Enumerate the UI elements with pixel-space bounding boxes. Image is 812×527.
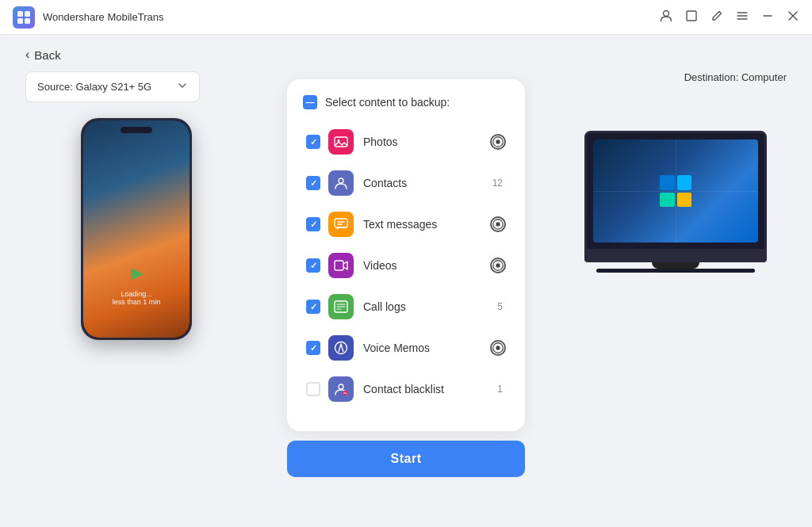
content-list: Photos Contacts 12 Text messages Videos … bbox=[303, 122, 509, 415]
svg-rect-17 bbox=[335, 219, 347, 227]
checkbox-videos[interactable] bbox=[306, 258, 320, 273]
source-dropdown-icon bbox=[177, 80, 188, 94]
svg-rect-1 bbox=[25, 11, 30, 17]
back-button[interactable]: ‹ Back bbox=[25, 35, 787, 71]
checkbox-call-logs[interactable] bbox=[306, 300, 320, 314]
phone-notch bbox=[121, 127, 152, 133]
svg-point-21 bbox=[496, 222, 500, 226]
content-item-contact-blacklist[interactable]: Contact blacklist 1 bbox=[303, 369, 509, 409]
source-label: Source: Galaxy S21+ 5G bbox=[37, 81, 151, 93]
titlebar: Wondershare MobileTrans bbox=[0, 0, 812, 35]
svg-point-32 bbox=[339, 384, 343, 389]
item-badge-contact-blacklist: 1 bbox=[497, 384, 503, 395]
app-title: Wondershare MobileTrans bbox=[43, 11, 660, 23]
destination-label: Destination: Computer bbox=[565, 71, 787, 83]
close-icon[interactable] bbox=[787, 10, 799, 25]
label-voice-memos: Voice Memos bbox=[363, 342, 490, 354]
item-sync-icon-text-messages bbox=[490, 216, 506, 232]
phone-side-button bbox=[81, 184, 83, 208]
icon-voice-memos bbox=[328, 335, 354, 361]
checkbox-contact-blacklist[interactable] bbox=[306, 382, 320, 396]
icon-text-messages bbox=[328, 212, 354, 237]
icon-photos bbox=[328, 129, 354, 155]
card-header-label: Select content to backup: bbox=[325, 96, 450, 109]
start-button[interactable]: Start bbox=[287, 441, 525, 477]
edit-icon[interactable] bbox=[710, 10, 723, 25]
right-column: Destination: Computer bbox=[565, 71, 787, 273]
label-contact-blacklist: Contact blacklist bbox=[363, 383, 497, 395]
back-arrow-icon: ‹ bbox=[25, 48, 29, 62]
phone-loading-text: Loading... less than 1 min bbox=[83, 290, 190, 306]
content-item-videos[interactable]: Videos bbox=[303, 246, 509, 285]
source-selector[interactable]: Source: Galaxy S21+ 5G bbox=[25, 71, 200, 102]
svg-rect-3 bbox=[25, 18, 30, 24]
svg-rect-22 bbox=[335, 261, 343, 270]
app-logo bbox=[13, 6, 35, 29]
checkbox-text-messages[interactable] bbox=[306, 217, 320, 231]
content-item-call-logs[interactable]: Call logs 5 bbox=[303, 287, 509, 327]
item-badge-call-logs: 5 bbox=[497, 301, 503, 312]
screen-line-h bbox=[593, 191, 758, 192]
laptop-base bbox=[584, 251, 767, 262]
checkbox-contacts[interactable] bbox=[306, 176, 320, 190]
partial-checkbox[interactable] bbox=[303, 95, 317, 109]
label-text-messages: Text messages bbox=[363, 218, 490, 231]
back-label: Back bbox=[34, 48, 60, 62]
laptop-foot bbox=[596, 269, 755, 273]
laptop-illustration bbox=[565, 131, 787, 273]
left-column: Source: Galaxy S21+ 5G ▶ Loading... less… bbox=[25, 71, 247, 340]
menu-icon[interactable] bbox=[736, 10, 749, 25]
svg-point-31 bbox=[496, 346, 500, 349]
item-badge-contacts: 12 bbox=[492, 178, 503, 189]
item-sync-icon-photos bbox=[490, 134, 506, 150]
laptop-screen bbox=[593, 139, 758, 242]
label-photos: Photos bbox=[363, 136, 490, 148]
icon-contacts bbox=[328, 170, 354, 196]
phone: ▶ Loading... less than 1 min bbox=[81, 118, 192, 340]
svg-point-4 bbox=[664, 11, 669, 17]
minimize-icon[interactable] bbox=[761, 10, 774, 25]
svg-point-15 bbox=[496, 139, 500, 143]
center-column: Select content to backup: Photos Contact… bbox=[247, 71, 565, 477]
win-quad-tl bbox=[660, 175, 675, 190]
win-quad-tr bbox=[677, 175, 692, 190]
icon-contact-blacklist bbox=[328, 376, 354, 402]
content-item-voice-memos[interactable]: Voice Memos bbox=[303, 328, 509, 368]
content-item-text-messages[interactable]: Text messages bbox=[303, 204, 509, 244]
phone-illustration: ▶ Loading... less than 1 min bbox=[25, 118, 247, 340]
content-card: Select content to backup: Photos Contact… bbox=[287, 79, 525, 431]
profile-icon[interactable] bbox=[660, 10, 672, 25]
svg-point-16 bbox=[339, 178, 343, 183]
content-columns: Source: Galaxy S21+ 5G ▶ Loading... less… bbox=[25, 71, 787, 527]
svg-rect-0 bbox=[17, 11, 23, 17]
icon-videos bbox=[328, 253, 354, 278]
svg-rect-2 bbox=[17, 18, 23, 24]
label-contacts: Contacts bbox=[363, 177, 492, 189]
card-header: Select content to backup: bbox=[303, 95, 509, 109]
laptop-screen-wrapper bbox=[584, 131, 767, 251]
win-quad-bl bbox=[660, 193, 675, 208]
phone-play-icon: ▶ bbox=[131, 263, 143, 282]
label-call-logs: Call logs bbox=[363, 300, 497, 313]
content-item-calendar[interactable]: Calendar 25 bbox=[303, 411, 509, 415]
svg-point-24 bbox=[496, 263, 500, 267]
laptop bbox=[584, 131, 767, 273]
item-sync-icon-videos bbox=[490, 258, 506, 273]
window-controls bbox=[660, 10, 799, 25]
icon-call-logs bbox=[328, 294, 354, 319]
svg-rect-12 bbox=[335, 137, 347, 147]
laptop-stand bbox=[652, 262, 699, 269]
win-quad-br bbox=[677, 193, 692, 208]
content-item-photos[interactable]: Photos bbox=[303, 122, 509, 162]
main-content: ‹ Back Source: Galaxy S21+ 5G ▶ Loading.… bbox=[0, 35, 812, 527]
content-item-contacts[interactable]: Contacts 12 bbox=[303, 163, 509, 203]
label-videos: Videos bbox=[363, 259, 490, 272]
item-sync-icon-voice-memos bbox=[490, 340, 506, 356]
checkbox-voice-memos[interactable] bbox=[306, 341, 320, 355]
svg-rect-5 bbox=[687, 11, 696, 21]
checkbox-photos[interactable] bbox=[306, 135, 320, 149]
window-icon[interactable] bbox=[685, 10, 698, 25]
